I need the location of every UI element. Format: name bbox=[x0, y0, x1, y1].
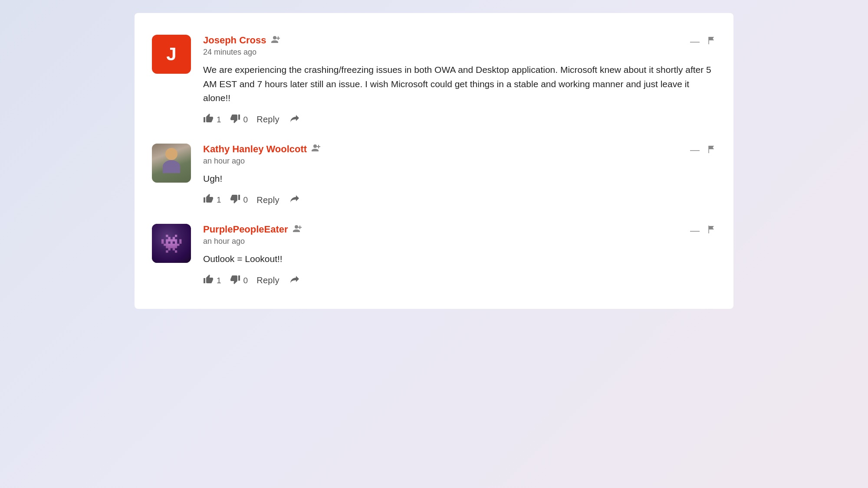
comment-body: Kathy Hanley Woolcott an hour ago Ugh! 1 bbox=[203, 144, 716, 207]
author-name[interactable]: PurplePeopleEater bbox=[203, 224, 288, 235]
thumbs-down-icon bbox=[230, 193, 240, 206]
comment-actions: 1 0 Reply bbox=[203, 193, 716, 206]
add-friend-icon[interactable] bbox=[293, 224, 303, 235]
add-friend-icon[interactable] bbox=[311, 144, 322, 154]
comment-text: We are experiencing the crashing/freezin… bbox=[203, 63, 716, 105]
reply-button[interactable]: Reply bbox=[256, 275, 279, 285]
avatar-photo-purple bbox=[152, 224, 191, 263]
comment-meta-icons: — bbox=[690, 144, 716, 156]
comment-item: J Joseph Cross 24 minutes ago We are exp… bbox=[152, 26, 716, 135]
thumbs-up-icon bbox=[203, 193, 214, 206]
add-friend-icon[interactable] bbox=[271, 35, 281, 46]
comment-meta-icons: — bbox=[690, 36, 716, 47]
comment-body: Joseph Cross 24 minutes ago We are exper… bbox=[203, 35, 716, 126]
comment-item: PurplePeopleEater an hour ago Outlook = … bbox=[152, 215, 716, 296]
comment-body: PurplePeopleEater an hour ago Outlook = … bbox=[203, 224, 716, 287]
dislike-count: 0 bbox=[243, 276, 248, 285]
comment-text: Ugh! bbox=[203, 172, 716, 186]
avatar-letter: J bbox=[166, 44, 176, 65]
flag-icon[interactable] bbox=[707, 225, 716, 236]
author-name[interactable]: Kathy Hanley Woolcott bbox=[203, 144, 307, 155]
comment-header: Joseph Cross bbox=[203, 35, 716, 46]
timestamp: an hour ago bbox=[203, 157, 716, 166]
thumbs-up-icon bbox=[203, 113, 214, 126]
like-count: 1 bbox=[217, 115, 221, 124]
thumbs-down-icon bbox=[230, 113, 240, 126]
reply-button[interactable]: Reply bbox=[256, 195, 279, 205]
flag-icon[interactable] bbox=[707, 144, 716, 156]
comment-header: PurplePeopleEater bbox=[203, 224, 716, 235]
comment-meta-icons: — bbox=[690, 225, 716, 236]
comment-header: Kathy Hanley Woolcott bbox=[203, 144, 716, 155]
share-button[interactable] bbox=[288, 114, 299, 126]
reply-button[interactable]: Reply bbox=[256, 115, 279, 124]
timestamp: 24 minutes ago bbox=[203, 48, 716, 57]
thumbs-down-button[interactable]: 0 bbox=[230, 113, 248, 126]
dislike-count: 0 bbox=[243, 195, 248, 205]
share-button[interactable] bbox=[288, 275, 299, 287]
dislike-count: 0 bbox=[243, 115, 248, 124]
avatar: J bbox=[152, 35, 191, 74]
thumbs-down-button[interactable]: 0 bbox=[230, 193, 248, 206]
like-count: 1 bbox=[217, 195, 221, 205]
like-count: 1 bbox=[217, 276, 221, 285]
avatar bbox=[152, 224, 191, 263]
thumbs-down-button[interactable]: 0 bbox=[230, 274, 248, 287]
thumbs-up-button[interactable]: 1 bbox=[203, 274, 221, 287]
minimize-icon[interactable]: — bbox=[690, 226, 700, 236]
minimize-icon[interactable]: — bbox=[690, 145, 700, 155]
avatar bbox=[152, 144, 191, 183]
comment-actions: 1 0 Reply bbox=[203, 274, 716, 287]
comment-item: Kathy Hanley Woolcott an hour ago Ugh! 1 bbox=[152, 135, 716, 216]
share-button[interactable] bbox=[288, 194, 299, 206]
thumbs-up-icon bbox=[203, 274, 214, 287]
timestamp: an hour ago bbox=[203, 237, 716, 246]
comment-text: Outlook = Lookout!! bbox=[203, 252, 716, 266]
thumbs-up-button[interactable]: 1 bbox=[203, 113, 221, 126]
comment-actions: 1 0 Reply bbox=[203, 113, 716, 126]
avatar-photo-kathy bbox=[152, 144, 191, 183]
author-name[interactable]: Joseph Cross bbox=[203, 35, 266, 46]
thumbs-down-icon bbox=[230, 274, 240, 287]
comments-container: J Joseph Cross 24 minutes ago We are exp… bbox=[135, 13, 733, 309]
thumbs-up-button[interactable]: 1 bbox=[203, 193, 221, 206]
minimize-icon[interactable]: — bbox=[690, 37, 700, 46]
flag-icon[interactable] bbox=[707, 36, 716, 47]
